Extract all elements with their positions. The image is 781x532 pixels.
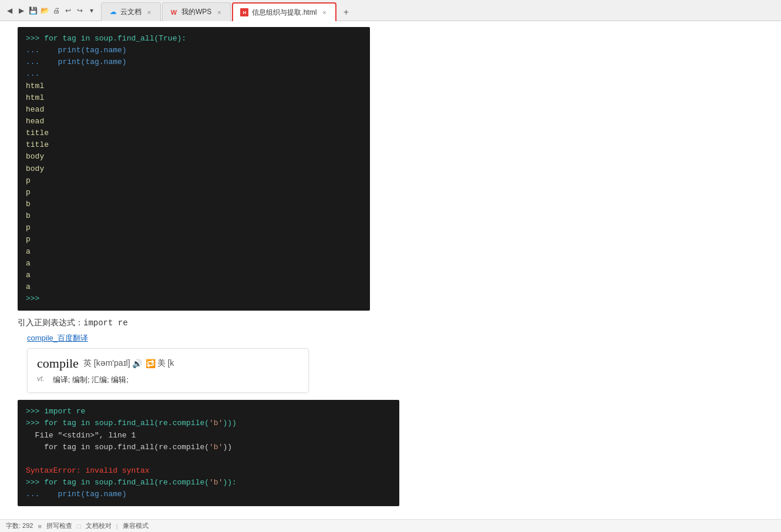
tab-yunwendang-close[interactable]: × xyxy=(145,8,153,16)
tab-wps-close[interactable]: × xyxy=(215,8,223,16)
code-line: ... print(tag.name) xyxy=(26,45,362,56)
code-line: >>> for tag in soup.find_all(True): xyxy=(26,33,362,45)
code-blank xyxy=(26,453,391,465)
dict-definition: 编译; 编制; 汇编; 编辑; xyxy=(53,375,129,385)
toolbar-icons: ◀ ▶ 💾 📂 🖨 ↩ ↪ ▾ xyxy=(0,0,101,21)
main-content: >>> for tag in soup.find_all(True): ... … xyxy=(0,21,781,519)
code-output-body1: body xyxy=(26,151,362,163)
code-output-title1: title xyxy=(26,127,362,139)
code-line: ... print(tag.name) xyxy=(26,56,362,68)
tab-htmlfile[interactable]: H 信息组织与提取.html × xyxy=(232,2,336,21)
code-line-print: ... print(tag.name) xyxy=(26,489,391,500)
tab-yunwendang[interactable]: ☁ 云文档 × xyxy=(101,2,161,21)
doc-area: >>> for tag in soup.find_all(True): ... … xyxy=(0,21,781,519)
open-icon[interactable]: 📂 xyxy=(40,6,49,15)
code-output-a3: a xyxy=(26,270,362,281)
tab-htmlfile-label: 信息组织与提取.html xyxy=(252,8,317,18)
back-icon[interactable]: ◀ xyxy=(5,6,14,15)
code-output-head2: head xyxy=(26,116,362,127)
intro-code: import re xyxy=(83,318,128,328)
code-output-body2: body xyxy=(26,163,362,175)
tab-htmlfile-close[interactable]: × xyxy=(320,8,328,16)
spell-check-status[interactable]: 拼写检查 xyxy=(46,521,72,530)
status-bar: 字数: 292 ■ 拼写检查 □ 文档校对 | 兼容模式 xyxy=(0,519,781,532)
more-icon[interactable]: ▾ xyxy=(87,6,96,15)
code-output-p2: p xyxy=(26,187,362,198)
forward-icon[interactable]: ▶ xyxy=(16,6,26,15)
code-output-title2: title xyxy=(26,139,362,151)
code-prompt-end: >>> xyxy=(26,293,362,305)
code-output-a2: a xyxy=(26,258,362,270)
code-output-html2: html xyxy=(26,92,362,104)
tab-yunwendang-label: 云文档 xyxy=(120,7,142,17)
dict-phonetic-us: 美 [k xyxy=(157,358,174,369)
char-count: 字数: 292 xyxy=(6,521,33,530)
code-output-a4: a xyxy=(26,281,362,293)
tab-bar: ◀ ▶ 💾 📂 🖨 ↩ ↪ ▾ ☁ 云文档 × W 我的WPS × H 信息组织… xyxy=(0,0,781,21)
status-sep-1: ■ xyxy=(38,523,42,530)
tab-wps[interactable]: W 我的WPS × xyxy=(162,2,231,21)
code-output-p3: p xyxy=(26,222,362,234)
code-output-html1: html xyxy=(26,80,362,92)
dict-sound-en[interactable]: 🔊 xyxy=(132,359,142,368)
dict-pos: vt. xyxy=(37,375,45,383)
code-block-1: >>> for tag in soup.find_all(True): ... … xyxy=(18,27,370,311)
compat-mode-status: 兼容模式 xyxy=(123,521,149,530)
code-output-a1: a xyxy=(26,246,362,258)
dict-phonetic-en: 英 [kəm'paɪl] xyxy=(83,358,130,369)
intro-text: 引入正则表达式： xyxy=(18,318,83,327)
code-output-head1: head xyxy=(26,104,362,116)
doc-compare-status[interactable]: 文档校对 xyxy=(86,521,112,530)
dict-word: compile xyxy=(37,356,79,371)
code-syntax-error: SyntaxError: invalid syntax xyxy=(26,465,391,477)
wps-icon: W xyxy=(170,8,178,16)
status-sep-2: □ xyxy=(77,523,81,530)
dict-def-row: vt. 编译; 编制; 汇编; 编辑; xyxy=(37,375,299,385)
undo-icon[interactable]: ↩ xyxy=(63,6,73,15)
status-sep-3: | xyxy=(116,523,118,530)
intro-section: 引入正则表达式：import re xyxy=(18,311,763,333)
code-output-b2: b xyxy=(26,210,362,222)
dict-header: compile 英 [kəm'paɪl] 🔊 🔁 美 [k xyxy=(37,356,299,371)
dict-link-row: compile_百度翻译 xyxy=(27,333,763,344)
dict-link[interactable]: compile_百度翻译 xyxy=(27,334,88,342)
html-file-icon: H xyxy=(240,8,248,16)
dict-sound-visual[interactable]: 🔁 xyxy=(146,359,156,368)
tabs-container: ☁ 云文档 × W 我的WPS × H 信息组织与提取.html × + xyxy=(101,0,354,21)
redo-icon[interactable]: ↪ xyxy=(75,6,85,15)
dict-card: compile 英 [kəm'paɪl] 🔊 🔁 美 [k vt. 编译; 编制… xyxy=(27,348,309,393)
code-line-errcode: for tag in soup.find_all(re.compile('b')… xyxy=(26,442,391,453)
code-line: ... xyxy=(26,68,362,80)
yunwendang-icon: ☁ xyxy=(109,8,117,16)
code-block-2: >>> import re >>> for tag in soup.find_a… xyxy=(18,400,399,506)
code-line-import: >>> import re xyxy=(26,406,391,417)
tab-add-button[interactable]: + xyxy=(338,4,354,21)
code-output-b1: b xyxy=(26,198,362,210)
save-icon[interactable]: 💾 xyxy=(28,6,38,15)
code-line-findall2: >>> for tag in soup.find_all(re.compile(… xyxy=(26,477,391,489)
code-line-findall: >>> for tag in soup.find_all(re.compile(… xyxy=(26,417,391,429)
code-output-p4: p xyxy=(26,234,362,245)
tab-wps-label: 我的WPS xyxy=(181,7,211,17)
print-icon[interactable]: 🖨 xyxy=(52,6,61,15)
code-line-file: File "<stdin>", line 1 xyxy=(26,430,391,442)
code-output-p1: p xyxy=(26,175,362,187)
